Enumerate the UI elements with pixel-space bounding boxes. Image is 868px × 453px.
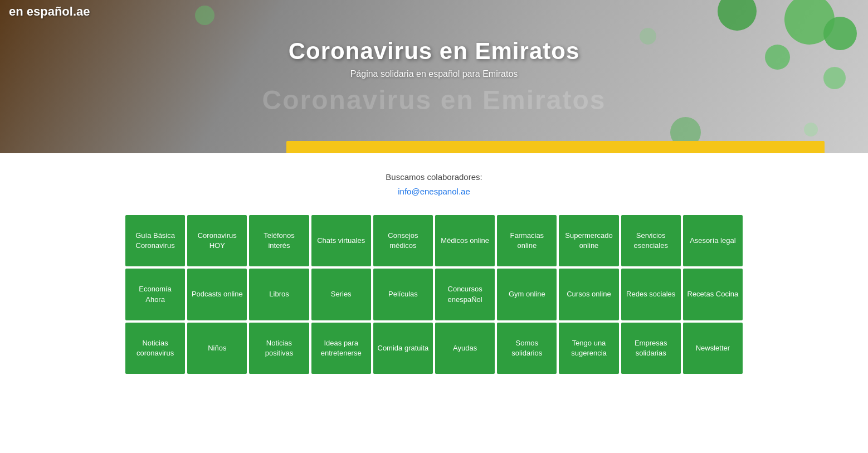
grid-cell-r2-c3[interactable]: Ideas para entretenerse	[311, 323, 371, 374]
grid-cell-r1-c4[interactable]: Películas	[373, 269, 433, 320]
hero-subtitle: Página solidaria en español para Emirato…	[350, 69, 518, 79]
hero-overlay-text: Coronavirus en Emiratos	[262, 85, 606, 115]
grid-cell-r0-c4[interactable]: Consejos médicos	[373, 215, 433, 266]
hero-banner: en español.ae Coronavirus en Emiratos Pá…	[0, 0, 868, 153]
grid-cell-r2-c5[interactable]: Ayudas	[435, 323, 495, 374]
grid-cell-r0-c2[interactable]: Teléfonos interés	[249, 215, 309, 266]
grid-cell-r2-c4[interactable]: Comida gratuita	[373, 323, 433, 374]
grid-cell-r0-c6[interactable]: Farmacias online	[497, 215, 557, 266]
grid-cell-r1-c7[interactable]: Cursos online	[559, 269, 618, 320]
grid-cell-r0-c9[interactable]: Asesoría legal	[683, 215, 743, 266]
grid-cell-r0-c8[interactable]: Servicios esenciales	[621, 215, 681, 266]
hero-title: Coronavirus en Emiratos	[289, 38, 579, 65]
grid-cell-r1-c9[interactable]: Recetas Cocina	[683, 269, 743, 320]
grid-row-2: Economía AhoraPodcasts onlineLibrosSerie…	[125, 269, 743, 320]
grid-cell-r2-c9[interactable]: Newsletter	[683, 323, 743, 374]
info-email[interactable]: info@enespanol.ae	[398, 187, 470, 196]
grid-cell-r1-c1[interactable]: Podcasts online	[187, 269, 247, 320]
info-label: Buscamos colaboradores:	[9, 170, 859, 184]
grid-cell-r1-c6[interactable]: Gym online	[497, 269, 557, 320]
category-grid: Guía Básica CoronavirusCoronavirus HOYTe…	[116, 215, 752, 374]
grid-cell-r1-c8[interactable]: Redes sociales	[621, 269, 681, 320]
grid-cell-r1-c2[interactable]: Libros	[249, 269, 309, 320]
grid-cell-r2-c1[interactable]: Niños	[187, 323, 247, 374]
grid-cell-r1-c5[interactable]: Concursos enespaÑol	[435, 269, 495, 320]
grid-cell-r2-c7[interactable]: Tengo una sugerencia	[559, 323, 618, 374]
grid-cell-r2-c8[interactable]: Empresas solidarias	[621, 323, 681, 374]
grid-cell-r0-c1[interactable]: Coronavirus HOY	[187, 215, 247, 266]
grid-cell-r1-c3[interactable]: Series	[311, 269, 371, 320]
info-section: Buscamos colaboradores: info@enespanol.a…	[0, 153, 868, 210]
grid-cell-r0-c5[interactable]: Médicos online	[435, 215, 495, 266]
grid-cell-r0-c7[interactable]: Supermercado online	[559, 215, 618, 266]
grid-row-3: Noticias coronavirusNiñosNoticias positi…	[125, 323, 743, 374]
grid-cell-r1-c0[interactable]: Economía Ahora	[125, 269, 185, 320]
grid-row-1: Guía Básica CoronavirusCoronavirus HOYTe…	[125, 215, 743, 266]
hero-text-block: Coronavirus en Emiratos Página solidaria…	[0, 0, 868, 153]
grid-cell-r0-c3[interactable]: Chats virtuales	[311, 215, 371, 266]
grid-cell-r0-c0[interactable]: Guía Básica Coronavirus	[125, 215, 185, 266]
yellow-bar-decoration	[286, 141, 825, 153]
grid-cell-r2-c2[interactable]: Noticias positivas	[249, 323, 309, 374]
grid-cell-r2-c0[interactable]: Noticias coronavirus	[125, 323, 185, 374]
grid-cell-r2-c6[interactable]: Somos solidarios	[497, 323, 557, 374]
